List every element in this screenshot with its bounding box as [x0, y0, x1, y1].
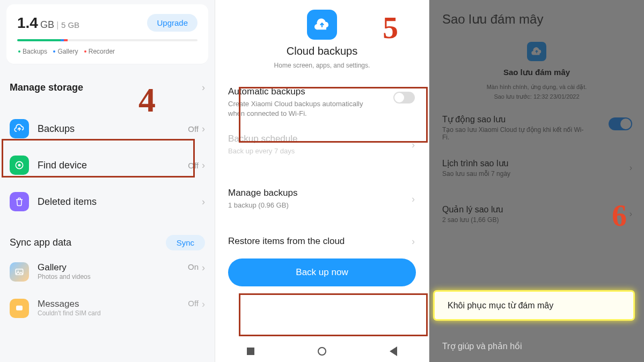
home-icon[interactable] — [318, 347, 326, 356]
manage-backups-row[interactable]: Manage backups 1 backup (0.96 GB) › — [215, 180, 429, 218]
step-number-6: 6 — [612, 198, 627, 233]
cloud-icon — [307, 10, 337, 40]
cloud-icon — [527, 42, 546, 61]
backup-summary-card: Sao lưu đám mây Màn hình chính, ứng dụng… — [429, 32, 644, 106]
panel-cloud-backups: Cloud backups Home screen, apps, and set… — [215, 0, 429, 362]
cloud-backup-icon — [10, 119, 29, 138]
chevron-right-icon: › — [202, 262, 205, 274]
highlight-box-auto — [239, 87, 428, 143]
messages-row[interactable]: Messages Couldn't find SIM card Off › — [0, 290, 215, 327]
sync-section-label: Sync app data — [10, 237, 71, 248]
restore-items-row[interactable]: Restore items from the cloud › — [215, 228, 429, 254]
storage-legend: Backups Gallery Recorder — [17, 48, 197, 55]
manage-storage-row[interactable]: Manage storage › — [0, 69, 215, 106]
storage-card: 1.4 GB | 5 GB Upgrade Backups Gallery Re… — [6, 4, 208, 64]
chevron-right-icon: › — [412, 235, 415, 247]
highlight-box-button — [239, 293, 428, 336]
step-number-4: 4 — [138, 80, 156, 120]
recent-apps-icon[interactable] — [247, 348, 254, 355]
storage-used-text: 1.4 GB | 5 GB — [17, 14, 79, 32]
svg-rect-4 — [16, 306, 23, 311]
upgrade-button[interactable]: Upgrade — [147, 14, 197, 32]
back-icon[interactable] — [390, 346, 397, 356]
auto-backup-row[interactable]: Tự động sao lưu Tạo sao lưu Xiaomi Cloud… — [429, 106, 644, 150]
panel-vietnamese-backup: Sao lưu đám mây Sao lưu đám mây Màn hình… — [429, 0, 644, 362]
panel-storage-settings: 1.4 GB | 5 GB Upgrade Backups Gallery Re… — [0, 0, 215, 362]
page-title: Cloud backups — [215, 45, 429, 57]
svg-rect-2 — [16, 269, 23, 275]
restore-from-cloud-row[interactable]: Khôi phục mục từ đám mây — [435, 292, 633, 319]
messages-icon — [10, 299, 29, 318]
gallery-row[interactable]: Gallery Photos and videos On › — [0, 254, 215, 290]
chevron-right-icon: › — [412, 193, 415, 204]
chevron-right-icon: › — [630, 209, 632, 219]
step-number-5: 5 — [383, 10, 398, 46]
chevron-right-icon: › — [202, 82, 205, 93]
deleted-items-row[interactable]: Deleted items › — [0, 183, 215, 220]
chevron-right-icon: › — [630, 163, 632, 173]
chevron-right-icon: › — [202, 299, 205, 310]
page-title: Sao lưu đám mây — [429, 0, 644, 32]
gallery-icon — [10, 262, 29, 282]
storage-bar — [17, 39, 197, 41]
schedule-row[interactable]: Lịch trình sao lưu Sao lưu sau mỗi 7 ngà… — [429, 150, 644, 186]
chevron-right-icon: › — [202, 160, 205, 171]
trash-icon — [10, 192, 29, 211]
backup-now-button[interactable]: Back up now — [228, 258, 416, 286]
highlight-box-4 — [2, 139, 195, 178]
toggle-on[interactable] — [609, 117, 632, 130]
android-navbar — [215, 341, 429, 362]
sync-button[interactable]: Sync — [166, 235, 205, 250]
help-feedback-row[interactable]: Trợ giúp và phản hồi — [429, 333, 644, 360]
chevron-right-icon: › — [202, 196, 205, 208]
chevron-right-icon: › — [202, 123, 205, 135]
page-subtitle: Home screen, apps, and settings. — [215, 62, 429, 69]
